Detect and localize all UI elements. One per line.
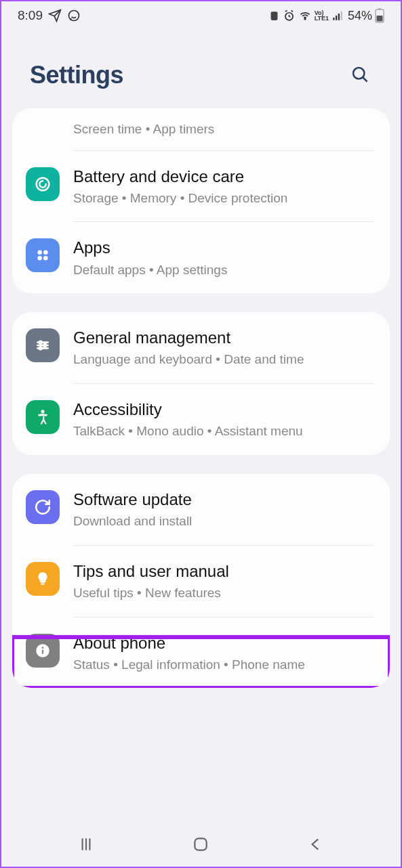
svg-point-28 [42,647,44,649]
svg-rect-27 [42,649,43,654]
item-subtitle: Status • Legal information • Phone name [73,656,374,674]
settings-item-about-phone[interactable]: About phone Status • Legal information •… [12,617,390,689]
svg-rect-4 [333,18,334,20]
volte-icon: Vo)LTE1 [315,10,329,21]
settings-item-apps[interactable]: Apps Default apps • App settings [12,222,390,293]
signal-icon [331,9,344,22]
item-subtitle: Useful tips • New features [73,584,374,602]
item-subtitle: Language and keyboard • Date and time [73,351,374,368]
settings-item-general-management[interactable]: General management Language and keyboard… [12,312,390,383]
settings-group-3: Software update Download and install Tip… [12,474,390,688]
svg-rect-32 [195,838,207,850]
svg-rect-25 [41,583,44,584]
svg-rect-1 [270,12,277,20]
item-title: Apps [73,237,374,258]
recents-icon [77,836,95,853]
alarm-icon [283,9,296,22]
home-button[interactable] [178,829,223,862]
general-management-icon [26,328,60,362]
svg-point-16 [37,257,42,261]
svg-point-14 [37,251,42,255]
svg-point-24 [41,410,44,413]
accessibility-icon [26,400,60,434]
svg-rect-6 [338,14,340,20]
tips-icon [26,562,60,596]
header: Settings [1,27,401,108]
svg-point-13 [37,177,49,190]
settings-item-screen-time[interactable]: Screen time • App timers [12,108,390,150]
item-subtitle: Screen time • App timers [73,121,374,138]
item-title: General management [73,327,374,348]
svg-rect-10 [378,8,381,10]
svg-rect-7 [340,12,342,20]
svg-line-12 [363,77,367,81]
item-title: Battery and device care [73,166,374,187]
svg-point-3 [304,18,306,20]
settings-item-software-update[interactable]: Software update Download and install [12,474,390,545]
status-bar: 8:09 Vo)LTE1 54% [1,1,401,27]
status-right: Vo)LTE1 54% [268,8,384,23]
page-title: Settings [30,61,123,89]
search-button[interactable] [348,62,372,89]
settings-item-accessibility[interactable]: Accessibility TalkBack • Mono audio • As… [12,384,390,455]
svg-point-21 [39,341,42,344]
item-title: Software update [73,489,374,510]
svg-point-17 [43,257,48,261]
apps-icon [26,238,60,272]
settings-group-1: Screen time • App timers Battery and dev… [12,108,390,293]
device-care-icon [26,167,60,201]
about-phone-icon [26,634,60,668]
recents-button[interactable] [64,829,108,862]
home-icon [192,836,209,853]
item-title: Accessibility [73,399,374,420]
svg-rect-5 [336,16,337,20]
settings-item-battery-device-care[interactable]: Battery and device care Storage • Memory… [12,151,390,222]
item-subtitle: Download and install [73,513,374,530]
search-icon [350,65,369,84]
back-icon [307,836,325,853]
battery-icon [375,8,384,23]
item-subtitle: TalkBack • Mono audio • Assistant menu [73,422,374,440]
status-left: 8:09 [18,8,81,23]
wifi-icon [298,9,312,22]
whatsapp-icon [67,9,81,22]
back-button[interactable] [294,829,338,862]
settings-item-tips-manual[interactable]: Tips and user manual Useful tips • New f… [12,546,390,617]
svg-rect-9 [377,16,383,22]
navigation-bar [1,823,401,867]
item-title: Tips and user manual [73,561,374,582]
svg-point-15 [43,251,48,255]
status-time: 8:09 [18,8,43,23]
svg-point-22 [43,344,46,347]
telegram-icon [48,9,62,22]
svg-point-23 [39,347,42,350]
battery-percent: 54% [348,9,372,23]
item-subtitle: Storage • Memory • Device protection [73,190,374,207]
do-not-disturb-icon [268,10,280,22]
item-title: About phone [73,632,374,653]
software-update-icon [26,490,60,524]
settings-group-2: General management Language and keyboard… [12,312,390,455]
svg-point-11 [353,68,364,79]
item-subtitle: Default apps • App settings [73,261,374,279]
